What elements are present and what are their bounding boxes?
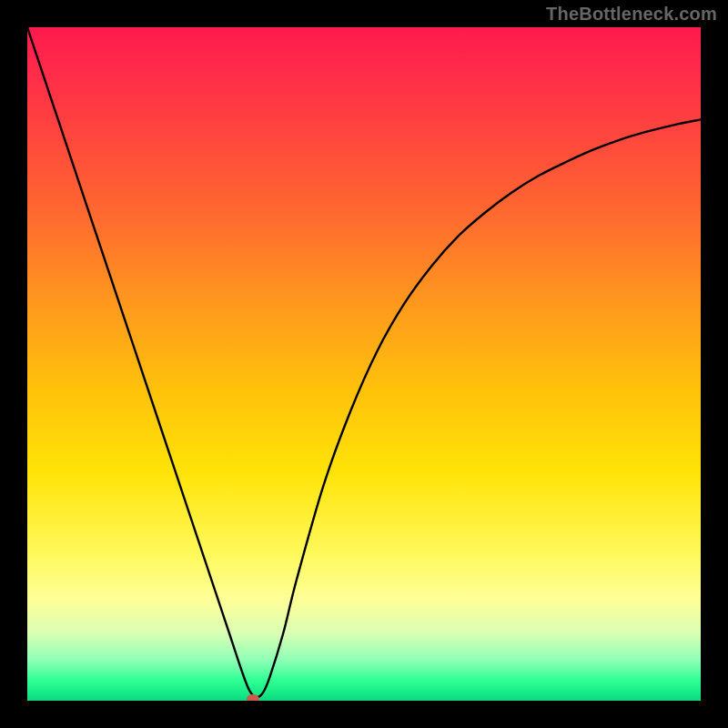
marker-dot <box>247 694 259 701</box>
watermark-text: TheBottleneck.com <box>546 4 717 25</box>
chart-frame: TheBottleneck.com <box>0 0 728 728</box>
curve-svg <box>27 27 701 701</box>
curve-path <box>27 27 701 697</box>
plot-area <box>27 27 701 701</box>
